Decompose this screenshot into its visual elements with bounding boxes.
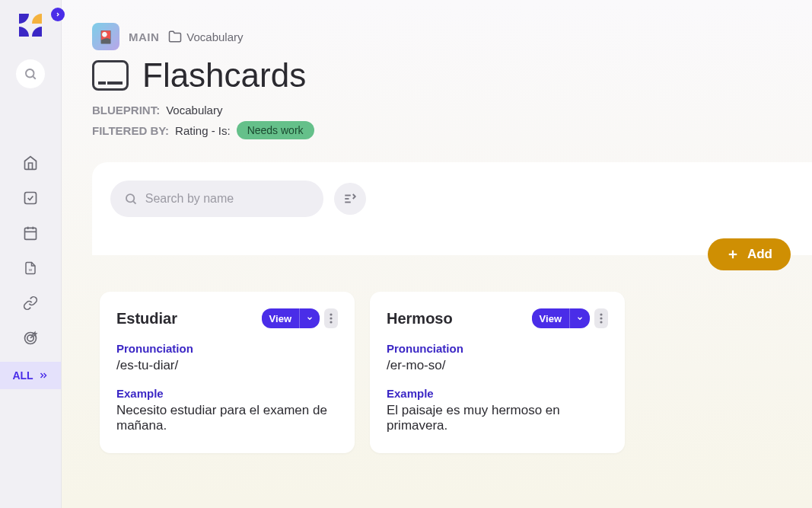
page-header: 🎴 MAIN Vocabulary Flashcards BLUEPRINT: … [62,23,812,139]
nav-document[interactable]: w [0,251,61,286]
breadcrumb-folder-label: Vocabulary [186,30,243,43]
svg-point-22 [330,321,332,323]
filter-row: FILTERED BY: Rating - Is: Needs work [92,121,812,139]
more-button[interactable] [324,308,338,328]
search-input[interactable] [145,192,310,206]
svg-rect-3 [25,228,37,239]
folder-icon [168,30,182,43]
target-icon [23,331,38,346]
breadcrumb-main[interactable]: MAIN [129,30,159,43]
card-title: Hermoso [387,310,453,327]
chevron-right-icon[interactable] [51,8,65,21]
more-vertical-icon [600,313,603,324]
title-row: Flashcards [92,56,812,94]
link-icon [23,296,38,311]
flashcard: Estudiar View Pronunciation /es-tu-diar/… [100,292,355,453]
nav-calendar[interactable] [0,216,61,251]
breadcrumb: 🎴 MAIN Vocabulary [92,23,812,50]
add-button-label: Add [747,247,772,262]
pronunciation-label: Pronunciation [116,342,338,355]
example-value: Necesito estudiar para el examen de maña… [116,403,338,433]
svg-line-14 [133,201,135,203]
search-box[interactable] [110,181,323,217]
svg-point-25 [600,321,602,323]
app-logo[interactable] [19,14,42,37]
nav-all-label: ALL [12,369,33,382]
flashcard-icon [92,60,129,91]
view-button[interactable]: View [262,308,320,328]
pronunciation-value: /es-tu-diar/ [116,358,338,373]
nav-home[interactable] [0,145,61,181]
plus-icon [726,248,740,261]
document-icon: w [24,260,37,276]
status-badge[interactable]: Needs work [237,121,314,139]
blueprint-row: BLUEPRINT: Vocabulary [92,104,812,117]
view-button-label: View [532,313,569,324]
calendar-icon [23,225,38,241]
more-button[interactable] [594,308,608,328]
filter-label: FILTERED BY: [92,124,169,137]
workspace-icon[interactable]: 🎴 [92,23,119,50]
card-title: Estudiar [116,310,177,327]
search-icon [124,191,138,206]
svg-point-21 [330,317,332,319]
view-button-label: View [262,313,299,324]
chevron-down-icon[interactable] [569,308,590,328]
sidebar: w ALL [0,0,61,508]
more-vertical-icon [330,313,333,324]
page-title: Flashcards [142,56,306,94]
search-icon [24,67,37,81]
pronunciation-value: /er-mo-so/ [387,358,608,373]
double-chevron-right-icon [38,370,49,381]
svg-point-20 [330,313,332,315]
filter-value: Rating - Is: [175,124,231,137]
filter-icon [343,192,357,206]
svg-rect-2 [25,193,37,204]
add-button[interactable]: Add [708,238,791,270]
checkbox-icon [23,190,38,206]
svg-point-13 [126,194,134,202]
example-label: Example [387,387,608,400]
nav-all[interactable]: ALL [0,362,61,389]
filter-button[interactable] [334,183,366,215]
svg-point-0 [26,69,34,78]
svg-line-1 [33,76,35,78]
toolbar: Add [92,162,812,255]
cards-grid: Estudiar View Pronunciation /es-tu-diar/… [62,255,812,484]
svg-point-24 [600,317,602,319]
svg-text:w: w [28,267,33,272]
main-content: 🎴 MAIN Vocabulary Flashcards BLUEPRINT: … [61,0,812,508]
sidebar-search-button[interactable] [16,59,45,88]
pronunciation-label: Pronunciation [387,342,608,355]
breadcrumb-folder[interactable]: Vocabulary [168,30,243,43]
view-button[interactable]: View [532,308,590,328]
nav-target[interactable] [0,321,61,356]
blueprint-label: BLUEPRINT: [92,104,160,117]
svg-point-23 [600,313,602,315]
flashcard: Hermoso View Pronunciation /er-mo-so/ Ex… [370,292,625,453]
home-icon [23,155,38,171]
example-label: Example [116,387,338,400]
nav-tasks[interactable] [0,181,61,216]
chevron-down-icon[interactable] [299,308,320,328]
blueprint-value: Vocabulary [166,104,222,117]
nav-links[interactable] [0,286,61,321]
example-value: El paisaje es muy hermoso en primavera. [387,403,608,433]
